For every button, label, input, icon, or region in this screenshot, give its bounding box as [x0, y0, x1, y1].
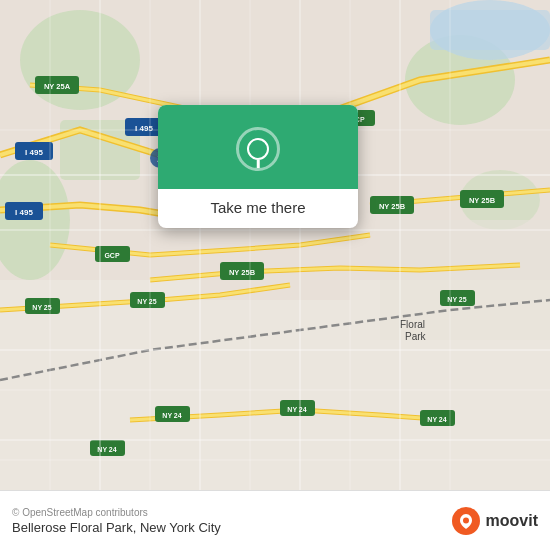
- moovit-logo: moovit: [452, 507, 538, 535]
- location-pin-ring: [236, 127, 280, 171]
- svg-text:I 495: I 495: [25, 148, 43, 157]
- svg-text:I 495: I 495: [15, 208, 33, 217]
- popup-header: [158, 105, 358, 189]
- bottom-bar: © OpenStreetMap contributors Bellerose F…: [0, 490, 550, 550]
- svg-text:NY 25B: NY 25B: [229, 268, 256, 277]
- location-pin-icon: [247, 138, 269, 160]
- svg-text:NY 25: NY 25: [137, 298, 156, 305]
- svg-point-65: [463, 517, 469, 523]
- svg-text:NY 25B: NY 25B: [469, 196, 496, 205]
- bottom-left-info: © OpenStreetMap contributors Bellerose F…: [12, 507, 221, 535]
- svg-text:NY 24: NY 24: [287, 406, 306, 413]
- svg-text:GCP: GCP: [104, 252, 120, 259]
- take-me-there-button[interactable]: Take me there: [210, 199, 305, 216]
- svg-text:NY 25A: NY 25A: [44, 82, 71, 91]
- map-area: I 495 I 495 I 495 NY 25A NY 25B NY 25B N…: [0, 0, 550, 490]
- location-popup: Take me there: [158, 105, 358, 228]
- moovit-label: moovit: [486, 512, 538, 530]
- svg-text:Floral: Floral: [400, 319, 425, 330]
- svg-text:NY 24: NY 24: [162, 412, 181, 419]
- svg-text:NY 25B: NY 25B: [379, 202, 406, 211]
- svg-text:NY 24: NY 24: [427, 416, 446, 423]
- svg-text:Park: Park: [405, 331, 427, 342]
- attribution-text: © OpenStreetMap contributors: [12, 507, 221, 518]
- location-label: Bellerose Floral Park, New York City: [12, 520, 221, 535]
- svg-text:I 495: I 495: [135, 124, 153, 133]
- moovit-logo-icon: [452, 507, 480, 535]
- svg-rect-11: [430, 10, 550, 50]
- svg-rect-7: [200, 300, 350, 490]
- popup-body[interactable]: Take me there: [158, 189, 358, 228]
- svg-text:NY 25: NY 25: [32, 304, 51, 311]
